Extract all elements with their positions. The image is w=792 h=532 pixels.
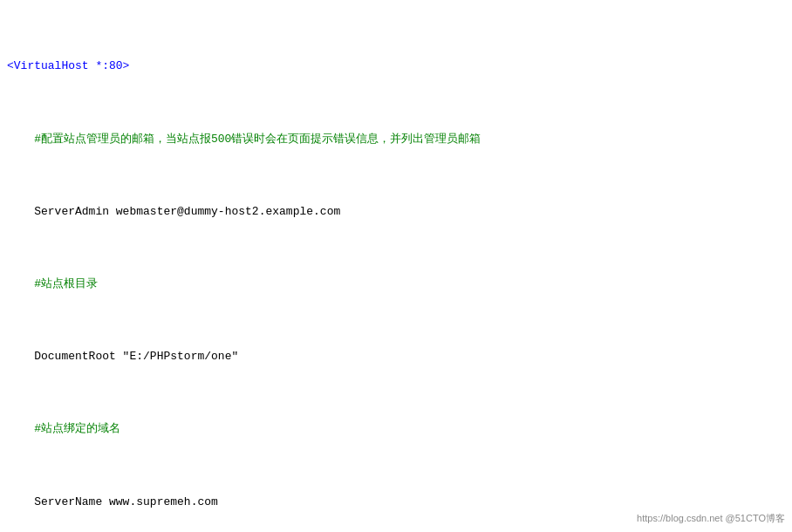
line-2: #配置站点管理员的邮箱，当站点报500错误时会在页面提示错误信息，并列出管理员邮… [0,131,792,149]
line-6: #站点绑定的域名 [0,420,792,439]
directive-servername: ServerName www.supremeh.com [7,495,218,508]
line-1: <VirtualHost *:80> [0,58,792,76]
code-area[interactable]: <VirtualHost *:80> #配置站点管理员的邮箱，当站点报500错误… [0,0,792,532]
line-4: #站点根目录 [0,276,792,294]
editor-container: <VirtualHost *:80> #配置站点管理员的邮箱，当站点报500错误… [0,0,792,532]
directive-documentroot: DocumentRoot "E:/PHPstorm/one" [7,350,238,363]
comment-servername: #站点绑定的域名 [7,422,120,435]
line-3: ServerAdmin webmaster@dummy-host2.exampl… [0,203,792,222]
comment-docroot: #站点根目录 [7,277,98,290]
comment-admin-email: #配置站点管理员的邮箱，当站点报500错误时会在页面提示错误信息，并列出管理员邮… [7,133,481,146]
watermark: https://blog.csdn.net @51CTO博客 [637,512,785,525]
line-7: ServerName www.supremeh.com [0,494,792,512]
tag-virtualhost-open: <VirtualHost *:80> [7,59,129,72]
line-5: DocumentRoot "E:/PHPstorm/one" [0,348,792,366]
directive-serveradmin: ServerAdmin webmaster@dummy-host2.exampl… [7,205,340,218]
